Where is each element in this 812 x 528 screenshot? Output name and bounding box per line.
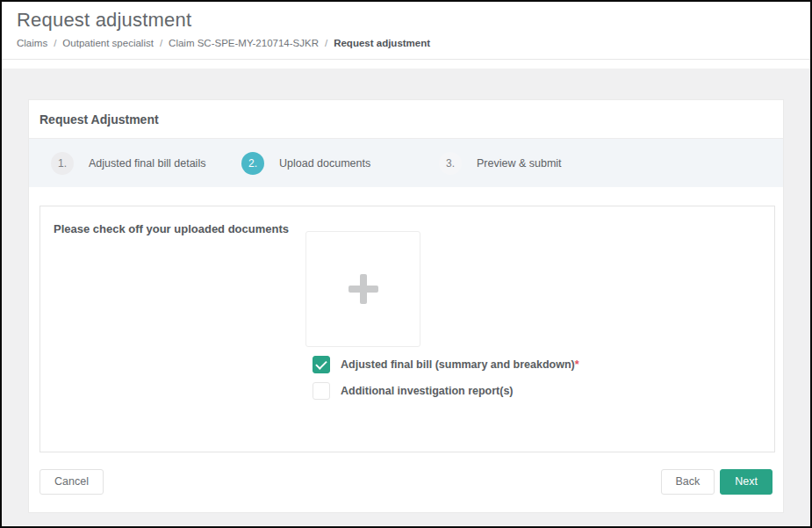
breadcrumb-separator: / — [160, 38, 162, 48]
plus-icon — [349, 274, 378, 304]
card-header: Request Adjustment — [29, 100, 783, 139]
card-title: Request Adjustment — [40, 112, 159, 127]
checkbox-1-label: Additional investigation report(s) — [341, 385, 514, 397]
footer-right-buttons: Back Next — [661, 469, 773, 495]
step-2-circle: 2. — [241, 152, 264, 175]
step-2[interactable]: 2. Upload documents — [241, 152, 439, 175]
breadcrumb-separator: / — [325, 38, 327, 48]
upload-dropzone[interactable] — [305, 231, 420, 347]
step-1[interactable]: 1. Adjusted final bill details — [51, 152, 241, 175]
step-3[interactable]: 3. Preview & submit — [439, 152, 562, 175]
breadcrumb-item-outpatient-specialist[interactable]: Outpatient specialist — [62, 38, 154, 48]
checkbox-0-text: Adjusted final bill (summary and breakdo… — [341, 358, 575, 371]
next-button[interactable]: Next — [720, 469, 772, 495]
breadcrumb-separator: / — [54, 38, 56, 48]
document-checkbox-group: Adjusted final bill (summary and breakdo… — [313, 356, 579, 409]
checkbox-1[interactable] — [313, 382, 330, 400]
content-area: Request Adjustment 1. Adjusted final bil… — [2, 69, 810, 525]
breadcrumb-item-claims[interactable]: Claims — [17, 38, 47, 48]
step-2-label: Upload documents — [279, 157, 370, 170]
form-body: Please check off your uploaded documents… — [29, 187, 783, 452]
back-button[interactable]: Back — [661, 469, 715, 495]
checkbox-0[interactable] — [313, 356, 330, 373]
breadcrumb-item-current: Request adjustment — [334, 38, 430, 48]
step-1-label: Adjusted final bill details — [89, 157, 205, 170]
page-title: Request adjustment — [17, 9, 795, 32]
upload-section: Please check off your uploaded documents… — [40, 206, 775, 452]
upload-prompt: Please check off your uploaded documents — [54, 222, 289, 235]
required-asterisk: * — [575, 358, 579, 371]
checkbox-0-label: Adjusted final bill (summary and breakdo… — [341, 358, 579, 371]
breadcrumb: Claims / Outpatient specialist / Claim S… — [17, 38, 795, 48]
checkbox-row-adjusted-final-bill[interactable]: Adjusted final bill (summary and breakdo… — [313, 356, 579, 373]
step-3-label: Preview & submit — [477, 157, 562, 170]
request-adjustment-card: Request Adjustment 1. Adjusted final bil… — [28, 99, 784, 513]
breadcrumb-item-claim-id[interactable]: Claim SC-SPE-MY-210714-SJKR — [169, 38, 319, 48]
step-3-circle: 3. — [439, 152, 462, 175]
cancel-button[interactable]: Cancel — [40, 469, 104, 495]
page-header: Request adjustment Claims / Outpatient s… — [2, 2, 810, 60]
step-1-circle: 1. — [51, 152, 74, 175]
checkbox-1-text: Additional investigation report(s) — [341, 385, 514, 397]
stepper: 1. Adjusted final bill details 2. Upload… — [29, 139, 783, 187]
checkbox-row-additional-investigation[interactable]: Additional investigation report(s) — [313, 382, 579, 400]
card-footer: Cancel Back Next — [29, 452, 783, 512]
